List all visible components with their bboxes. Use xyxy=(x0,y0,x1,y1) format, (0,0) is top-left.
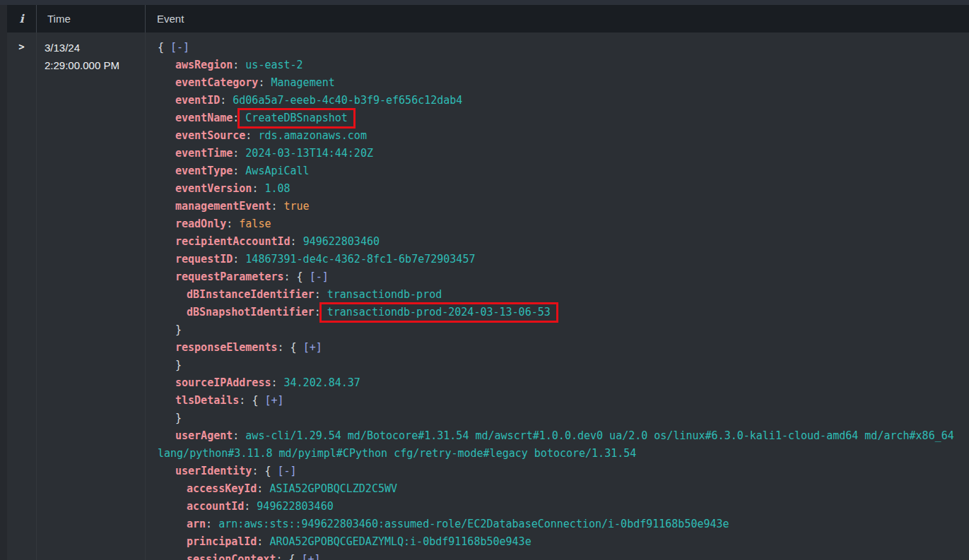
json-line: sourceIPAddress: 34.202.84.37 xyxy=(158,374,966,392)
json-colon: : xyxy=(252,182,264,195)
json-line: dBSnapshotIdentifier: transactiondb-prod… xyxy=(158,304,966,321)
json-key[interactable]: tlsDetails xyxy=(175,394,239,407)
json-value[interactable]: 6d06a5a7-eeeb-4c40-b3f9-ef656c12dab4 xyxy=(233,94,462,107)
json-key[interactable]: requestParameters xyxy=(175,270,284,283)
json-line: principalId: AROA52GPOBQCGEDAZYMLQ:i-0bd… xyxy=(158,533,966,551)
json-line: sessionContext: { [+] xyxy=(158,551,966,560)
json-line: } xyxy=(158,410,966,427)
json-value[interactable]: 2024-03-13T14:44:20Z xyxy=(245,147,373,160)
json-line: eventType: AwsApiCall xyxy=(158,162,966,180)
json-key[interactable]: sourceIPAddress xyxy=(175,376,271,389)
json-line: recipientAccountId: 949622803460 xyxy=(158,233,966,251)
open-brace: { xyxy=(290,341,303,354)
json-line: userAgent: aws-cli/1.29.54 md/Botocore#1… xyxy=(158,427,966,463)
json-value[interactable]: us-east-2 xyxy=(245,59,303,71)
column-header-event: Event xyxy=(145,5,969,32)
collapse-toggle-icon[interactable]: [-] xyxy=(278,465,297,477)
json-colon: : xyxy=(226,218,239,230)
json-line: { [-] xyxy=(158,39,966,56)
json-value[interactable]: 1.08 xyxy=(264,182,290,195)
json-key[interactable]: eventCategory xyxy=(175,76,258,89)
json-key[interactable]: dBInstanceIdentifier xyxy=(187,288,315,301)
json-value[interactable]: 949622803460 xyxy=(257,500,333,513)
json-line: eventVersion: 1.08 xyxy=(158,180,966,198)
json-value-highlighted[interactable]: transactiondb-prod-2024-03-13-06-53 xyxy=(319,302,558,323)
json-value[interactable]: AwsApiCall xyxy=(245,165,309,177)
json-key[interactable]: userAgent xyxy=(175,429,233,442)
json-line: managementEvent: true xyxy=(158,198,966,215)
collapse-toggle-icon[interactable]: [-] xyxy=(310,270,329,283)
expand-toggle-icon[interactable]: [+] xyxy=(302,553,321,560)
json-key[interactable]: eventType xyxy=(175,165,233,177)
json-colon: : xyxy=(284,270,297,283)
json-value-highlighted[interactable]: CreateDBSnapshot xyxy=(237,108,356,129)
json-key[interactable]: arn xyxy=(187,518,206,530)
expand-toggle-icon[interactable]: [+] xyxy=(264,394,283,407)
json-line: arn: arn:aws:sts::949622803460:assumed-r… xyxy=(158,516,966,533)
json-key[interactable]: userIdentity xyxy=(175,465,252,477)
event-column-label: Event xyxy=(157,13,184,25)
json-colon: : xyxy=(233,165,245,177)
json-colon: : xyxy=(233,429,245,442)
open-brace: { xyxy=(252,394,264,407)
event-expand-cell: > xyxy=(7,32,36,560)
json-value[interactable]: 949622803460 xyxy=(303,235,380,248)
json-value[interactable]: 14867391-de4c-4362-8fc1-6b7e72903457 xyxy=(245,253,475,266)
json-value[interactable]: AROA52GPOBQCGEDAZYMLQ:i-0bdf91168b50e943… xyxy=(269,535,531,548)
json-colon: : xyxy=(271,376,283,389)
event-time-cell: 3/13/24 2:29:00.000 PM xyxy=(36,32,145,560)
json-line: accountId: 949622803460 xyxy=(158,498,966,516)
open-brace: { xyxy=(289,553,302,560)
json-colon: : xyxy=(239,394,252,407)
json-line: requestID: 14867391-de4c-4362-8fc1-6b7e7… xyxy=(158,251,966,268)
json-key[interactable]: principalId xyxy=(187,535,257,548)
json-key[interactable]: dBSnapshotIdentifier xyxy=(187,306,315,318)
json-value[interactable]: false xyxy=(239,218,271,230)
json-line: tlsDetails: { [+] xyxy=(158,392,966,410)
column-header-time: Time xyxy=(36,5,145,32)
json-value[interactable]: ASIA52GPOBQCLZD2C5WV xyxy=(269,482,397,495)
json-key[interactable]: readOnly xyxy=(175,218,226,230)
json-value[interactable]: arn:aws:sts::949622803460:assumed-role/E… xyxy=(218,518,729,530)
json-key[interactable]: eventSource xyxy=(175,129,245,142)
json-colon: : xyxy=(233,147,245,160)
open-brace: { xyxy=(158,41,170,54)
json-key[interactable]: accessKeyId xyxy=(187,482,257,495)
json-key[interactable]: eventID xyxy=(175,94,220,107)
events-table: i Time Event > 3/13/24 2:29:00.000 PM { … xyxy=(7,5,969,560)
json-value[interactable]: aws-cli/1.29.54 md/Botocore#1.31.54 md/a… xyxy=(158,429,961,460)
json-line: eventCategory: Management xyxy=(158,74,966,92)
json-colon: : xyxy=(257,535,269,548)
expand-toggle-icon[interactable]: [+] xyxy=(303,341,322,354)
json-key[interactable]: managementEvent xyxy=(175,200,271,213)
json-line: dBInstanceIdentifier: transactiondb-prod xyxy=(158,286,966,304)
close-brace: } xyxy=(175,359,182,371)
json-line: eventID: 6d06a5a7-eeeb-4c40-b3f9-ef656c1… xyxy=(158,92,966,109)
json-value[interactable]: 34.202.84.37 xyxy=(284,376,360,389)
json-colon: : xyxy=(290,235,303,248)
json-key[interactable]: accountId xyxy=(187,500,244,513)
json-key[interactable]: eventVersion xyxy=(175,182,252,195)
json-colon: : xyxy=(278,341,290,354)
json-line: requestParameters: { [-] xyxy=(158,268,966,286)
json-line: } xyxy=(158,321,966,339)
json-key[interactable]: awsRegion xyxy=(175,59,233,71)
event-date: 3/13/24 xyxy=(45,39,141,56)
json-key[interactable]: eventTime xyxy=(175,147,233,160)
json-colon: : xyxy=(252,465,264,477)
collapse-toggle-icon[interactable]: [-] xyxy=(170,41,189,54)
json-key[interactable]: sessionContext xyxy=(187,553,276,560)
json-value[interactable]: transactiondb-prod xyxy=(327,288,442,301)
json-key[interactable]: recipientAccountId xyxy=(175,235,290,248)
json-key[interactable]: eventName xyxy=(175,112,233,124)
event-row: > 3/13/24 2:29:00.000 PM { [-]awsRegion:… xyxy=(7,32,969,560)
json-value[interactable]: true xyxy=(284,200,310,213)
json-key[interactable]: requestID xyxy=(175,253,233,266)
json-value[interactable]: Management xyxy=(271,76,334,89)
json-colon: : xyxy=(206,518,218,530)
expand-chevron-icon[interactable]: > xyxy=(18,41,24,52)
json-value[interactable]: rds.amazonaws.com xyxy=(258,129,367,142)
json-key[interactable]: responseElements xyxy=(175,341,278,354)
events-table-header: i Time Event xyxy=(7,5,969,32)
open-brace: { xyxy=(264,465,277,477)
